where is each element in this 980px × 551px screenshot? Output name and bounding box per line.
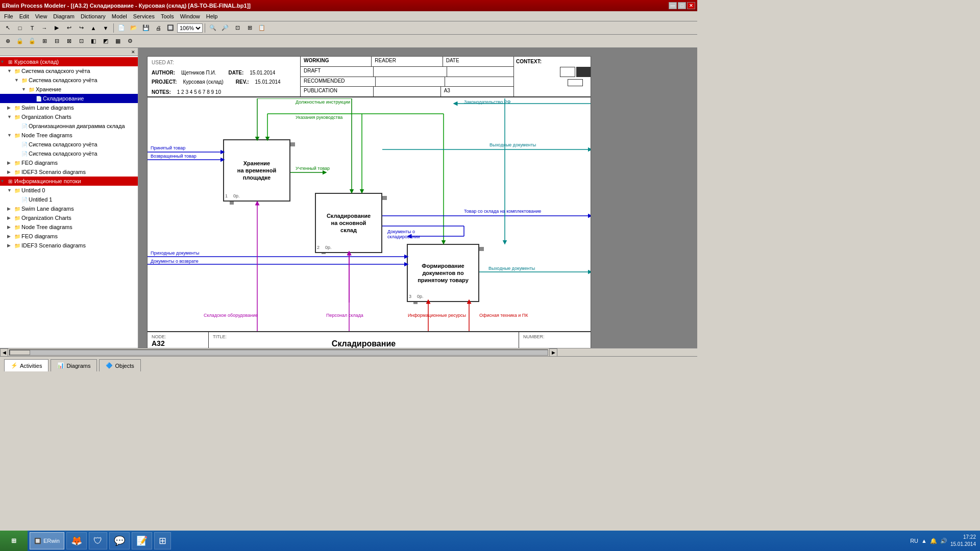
box-storage-main[interactable]: Складирование на основной склад 0р. 2: [315, 193, 382, 253]
expand-icon-11[interactable]: ▶: [7, 160, 13, 165]
tool-down[interactable]: ▼: [100, 23, 111, 33]
btn-model[interactable]: 🔲: [165, 23, 176, 33]
expand-icon-6[interactable]: ▼: [7, 114, 13, 119]
minimize-button[interactable]: —: [669, 2, 677, 9]
btn-t5[interactable]: ⊟: [51, 36, 62, 46]
scroll-track[interactable]: [9, 349, 548, 356]
box-form-docs[interactable]: Формирование документов по принятому тов…: [407, 244, 479, 302]
tree-item-8[interactable]: ▼📁Node Tree diagrams: [0, 131, 138, 140]
tree-item-1[interactable]: ▼📁Система складского учёта: [0, 66, 138, 76]
btn-t6[interactable]: ⊠: [63, 36, 75, 46]
tree-item-16[interactable]: ▶📁Swim Lane diagrams: [0, 204, 138, 213]
horizontal-scrollbar[interactable]: ◀ ▶: [0, 348, 697, 356]
expand-icon-0[interactable]: ▼: [0, 59, 6, 64]
btn-t2[interactable]: 🔒: [14, 36, 26, 46]
expand-icon-2[interactable]: ▼: [14, 78, 20, 83]
expand-icon-5[interactable]: ▶: [7, 105, 13, 110]
expand-icon-3[interactable]: ▼: [21, 87, 28, 92]
btn-t8[interactable]: ◧: [88, 36, 99, 46]
tab-objects[interactable]: 🔷 Objects: [99, 359, 140, 371]
scroll-right-btn[interactable]: ▶: [549, 348, 557, 357]
tree-close-btn[interactable]: ✕: [130, 48, 137, 56]
btn-zoom-out[interactable]: 🔎: [219, 23, 231, 33]
menu-model[interactable]: Model: [109, 12, 130, 20]
tool-redo[interactable]: ↪: [76, 23, 87, 33]
title-label: TITLE:: [213, 334, 514, 339]
menu-window[interactable]: Window: [177, 12, 203, 20]
expand-icon-8[interactable]: ▼: [7, 133, 13, 138]
tool-undo[interactable]: ↩: [63, 23, 75, 33]
expand-icon-12[interactable]: ▶: [7, 169, 13, 174]
tree-item-11[interactable]: ▶📁FEO diagrams: [0, 158, 138, 167]
close-button[interactable]: ✕: [687, 2, 695, 9]
menu-help[interactable]: Help: [203, 12, 221, 20]
label-dolzhnostnye: Должностные инструкции: [296, 99, 350, 105]
menu-dictionary[interactable]: Dictionary: [78, 12, 109, 20]
tool-up[interactable]: ▲: [88, 23, 99, 33]
tool-rect[interactable]: □: [14, 23, 26, 33]
tree-view[interactable]: ▼⊞Курсовая (склад)▼📁Система складского у…: [0, 56, 138, 348]
tab-activities[interactable]: ⚡ Activities: [4, 359, 48, 371]
tree-item-20[interactable]: ▶📁IDEF3 Scenario diagrams: [0, 241, 138, 250]
expand-icon-18[interactable]: ▶: [7, 224, 13, 230]
expand-icon-13[interactable]: ▼: [0, 179, 6, 184]
tree-item-18[interactable]: ▶📁Node Tree diagrams: [0, 222, 138, 232]
btn-t1[interactable]: ⊕: [2, 36, 13, 46]
tool-select[interactable]: ↖: [2, 23, 13, 33]
menu-file[interactable]: File: [1, 12, 16, 20]
btn-save[interactable]: 💾: [140, 23, 152, 33]
tree-item-9[interactable]: 📄Система складского учёта: [0, 140, 138, 149]
btn-t4[interactable]: ⊞: [39, 36, 50, 46]
scroll-left-btn[interactable]: ◀: [0, 348, 8, 357]
tree-item-19[interactable]: ▶📁FEO diagrams: [0, 232, 138, 241]
diagram-scroll[interactable]: USED AT: AUTHOR: Щетников П.И. DATE: 15.…: [139, 48, 697, 348]
menu-edit[interactable]: Edit: [16, 12, 32, 20]
tree-item-14[interactable]: ▼📁Untitled 0: [0, 186, 138, 195]
tool-arrow[interactable]: →: [39, 23, 50, 33]
tree-item-3[interactable]: ▼📁Хранение: [0, 85, 138, 94]
btn-properties[interactable]: 📋: [256, 23, 267, 33]
btn-t7[interactable]: ⊡: [76, 36, 87, 46]
box-storage-temp[interactable]: Хранение на временной площадке 0р. 1: [223, 139, 290, 202]
expand-icon-16[interactable]: ▶: [7, 206, 13, 211]
tool-play[interactable]: ▶: [51, 23, 62, 33]
menu-diagram[interactable]: Diagram: [50, 12, 78, 20]
btn-zoom-fit[interactable]: ⊡: [232, 23, 243, 33]
menu-tools[interactable]: Tools: [158, 12, 177, 20]
btn-t10[interactable]: ▦: [112, 36, 124, 46]
expand-icon-19[interactable]: ▶: [7, 234, 13, 239]
tab-diagrams[interactable]: 📊 Diagrams: [51, 359, 97, 371]
tree-item-4[interactable]: 📄Складирование: [0, 94, 138, 103]
diagram-page: USED AT: AUTHOR: Щетников П.И. DATE: 15.…: [147, 56, 591, 348]
canvas-area[interactable]: USED AT: AUTHOR: Щетников П.И. DATE: 15.…: [139, 48, 697, 348]
expand-icon-17[interactable]: ▶: [7, 215, 13, 220]
tree-item-10[interactable]: 📄Система складского учёта: [0, 149, 138, 158]
tree-item-2[interactable]: ▼📁Система складского учёта: [0, 76, 138, 85]
tree-item-5[interactable]: ▶📁Swim Lane diagrams: [0, 103, 138, 112]
btn-open[interactable]: 📂: [128, 23, 139, 33]
menu-view[interactable]: View: [32, 12, 51, 20]
tree-item-15[interactable]: 📄Untitled 1: [0, 195, 138, 204]
expand-icon-20[interactable]: ▶: [7, 243, 13, 248]
btn-t9[interactable]: ◩: [100, 36, 111, 46]
tool-text[interactable]: T: [27, 23, 38, 33]
tree-item-13[interactable]: ▼⊞Информационные потоки: [0, 177, 138, 186]
tree-icon-4: 📄: [35, 94, 43, 103]
maximize-button[interactable]: □: [678, 2, 686, 9]
btn-zoom-page[interactable]: ⊞: [244, 23, 255, 33]
tree-item-7[interactable]: 📄Организационная диаграмма склада: [0, 121, 138, 131]
tree-item-17[interactable]: ▶📁Organization Charts: [0, 213, 138, 222]
btn-print[interactable]: 🖨: [153, 23, 164, 33]
expand-icon-1[interactable]: ▼: [7, 68, 13, 73]
zoom-select[interactable]: 106% 100% 75% 50% 150%: [177, 23, 203, 33]
btn-t11[interactable]: ⚙: [125, 36, 136, 46]
tree-item-12[interactable]: ▶📁IDEF3 Scenario diagrams: [0, 167, 138, 177]
expand-icon-14[interactable]: ▼: [7, 188, 13, 193]
tree-item-6[interactable]: ▼📁Organization Charts: [0, 112, 138, 121]
btn-zoom-in[interactable]: 🔍: [207, 23, 218, 33]
scroll-thumb[interactable]: [10, 350, 30, 355]
tree-item-0[interactable]: ▼⊞Курсовая (склад): [0, 57, 138, 66]
btn-new[interactable]: 📄: [116, 23, 127, 33]
menu-services[interactable]: Services: [130, 12, 158, 20]
btn-t3[interactable]: 🔓: [27, 36, 38, 46]
